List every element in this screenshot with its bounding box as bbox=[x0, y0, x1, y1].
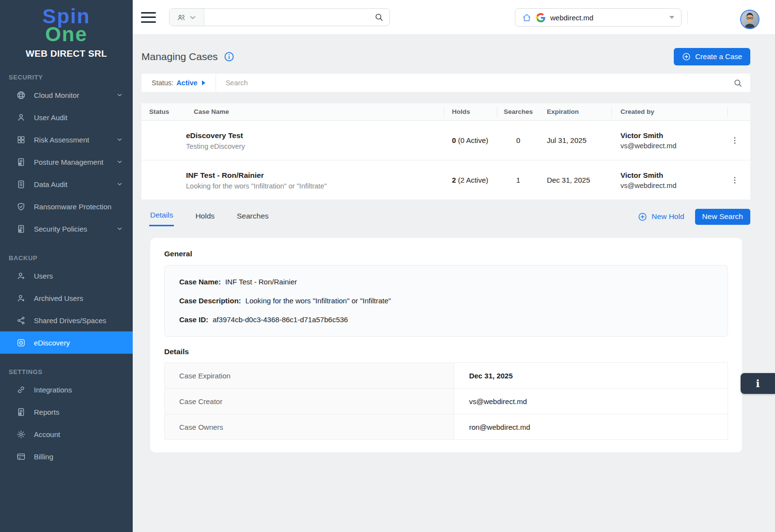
status-filter-label: Status: bbox=[152, 79, 173, 87]
sidebar-item-label: Archived Users bbox=[34, 294, 83, 302]
sidebar-item-reports[interactable]: Reports bbox=[0, 401, 133, 423]
sidebar-item-shared-drives[interactable]: Shared Drives/Spaces bbox=[0, 309, 133, 331]
sidebar-item-label: eDiscovery bbox=[34, 339, 70, 347]
chevron-down-icon bbox=[116, 158, 123, 165]
tab-holds[interactable]: Holds bbox=[194, 208, 216, 226]
new-hold-button[interactable]: New Hold bbox=[638, 212, 684, 221]
cases-search-input[interactable] bbox=[216, 79, 750, 87]
sidebar-item-risk-assessment[interactable]: Risk Assessment bbox=[0, 128, 133, 151]
chevron-down-icon bbox=[116, 225, 123, 232]
global-search bbox=[169, 8, 390, 26]
gear-icon bbox=[16, 430, 26, 439]
user-plus-icon bbox=[16, 271, 26, 281]
table-row[interactable]: eDiscovery Test Testing eDiscovery 0 (0 … bbox=[141, 121, 750, 160]
sidebar-item-users[interactable]: Users bbox=[0, 265, 133, 287]
chevron-down-icon bbox=[116, 136, 123, 143]
case-name: eDiscovery Test bbox=[186, 130, 444, 141]
sidebar-item-label: Reports bbox=[34, 408, 60, 416]
sidebar: Spin One WEB DIRECT SRL SECURITY Cloud M… bbox=[0, 0, 133, 532]
logo-one-text: One bbox=[0, 26, 133, 43]
case-id-line: Case ID: af3974cb-d0c3-4368-86c1-d71a57b… bbox=[179, 314, 713, 325]
case-expiration: Dec 31, 2025 bbox=[539, 176, 612, 184]
sidebar-item-cloud-monitor[interactable]: Cloud Monitor bbox=[0, 84, 133, 106]
row-actions-kebab-icon[interactable] bbox=[728, 173, 742, 187]
sidebar-item-ediscovery[interactable]: eDiscovery bbox=[0, 331, 133, 354]
main-area: webdirect.md Managing Cases Create a Cas… bbox=[133, 0, 775, 532]
sidebar-item-label: User Audit bbox=[34, 113, 67, 122]
sidebar-item-account[interactable]: Account bbox=[0, 423, 133, 445]
document-check-icon bbox=[16, 157, 26, 167]
general-section-title: General bbox=[164, 250, 728, 258]
detail-tabs: Details Holds Searches New Hold New Sear… bbox=[141, 207, 750, 226]
cases-table-header: Status Case Name Holds Searches Expirati… bbox=[141, 103, 750, 121]
search-icon[interactable] bbox=[374, 13, 384, 22]
domain-selector[interactable]: webdirect.md bbox=[515, 8, 682, 27]
case-description: Looking for the wors "Infiltration" or "… bbox=[186, 182, 444, 190]
cases-table: Status Case Name Holds Searches Expirati… bbox=[141, 103, 750, 200]
top-bar: webdirect.md bbox=[133, 0, 775, 35]
search-scope-dropdown[interactable] bbox=[170, 9, 204, 26]
column-header-case-name: Case Name bbox=[186, 107, 444, 117]
filter-bar: Status: Active bbox=[141, 74, 750, 92]
credit-card-icon bbox=[16, 452, 26, 461]
status-filter[interactable]: Status: Active bbox=[141, 74, 216, 92]
sidebar-item-label: Posture Management bbox=[34, 158, 103, 166]
table-row[interactable]: INF Test - Ron/Rainier Looking for the w… bbox=[141, 160, 750, 200]
section-label-security: SECURITY bbox=[0, 74, 133, 81]
sidebar-item-user-audit[interactable]: User Audit bbox=[0, 106, 133, 128]
sidebar-item-label: Data Audit bbox=[34, 180, 67, 188]
link-icon bbox=[16, 385, 26, 394]
info-icon[interactable] bbox=[224, 51, 234, 62]
users-icon bbox=[177, 13, 186, 22]
help-info-tab[interactable]: i bbox=[741, 373, 775, 394]
sidebar-item-ransomware-protection[interactable]: Ransomware Protection bbox=[0, 195, 133, 218]
sidebar-item-data-audit[interactable]: Data Audit bbox=[0, 173, 133, 195]
new-search-button[interactable]: New Search bbox=[695, 209, 750, 225]
column-header-status: Status bbox=[141, 108, 186, 115]
plus-circle-icon bbox=[638, 212, 647, 221]
document-icon bbox=[16, 180, 26, 189]
tab-searches[interactable]: Searches bbox=[236, 208, 269, 226]
share-icon bbox=[16, 316, 26, 325]
case-holds: 2 (2 Active) bbox=[444, 176, 497, 184]
triangle-right-icon bbox=[202, 80, 205, 85]
global-search-input[interactable] bbox=[204, 13, 374, 21]
row-actions-kebab-icon[interactable] bbox=[728, 134, 742, 147]
section-label-settings: SETTINGS bbox=[0, 368, 133, 376]
case-detail-card: General Case Name: INF Test - Ron/Rainie… bbox=[150, 238, 742, 453]
sidebar-item-archived-users[interactable]: Archived Users bbox=[0, 287, 133, 309]
table-row: Case Owners ron@webdirect.md bbox=[165, 414, 728, 440]
case-expiration: Jul 31, 2025 bbox=[539, 136, 612, 144]
sidebar-item-integrations[interactable]: Integrations bbox=[0, 378, 133, 401]
sidebar-item-posture-management[interactable]: Posture Management bbox=[0, 151, 133, 173]
sidebar-item-label: Integrations bbox=[34, 386, 72, 394]
tab-details[interactable]: Details bbox=[149, 207, 174, 226]
chevron-down-icon bbox=[116, 92, 123, 98]
create-case-button[interactable]: Create a Case bbox=[674, 48, 750, 65]
case-created-by: Victor Smith vs@webdirect.md bbox=[612, 171, 728, 189]
case-description-line: Case Description: Looking for the wors "… bbox=[179, 296, 713, 306]
column-header-holds: Holds bbox=[444, 107, 497, 117]
plus-circle-icon bbox=[682, 52, 691, 61]
hamburger-menu-icon[interactable] bbox=[141, 12, 156, 23]
document-check-icon bbox=[16, 224, 26, 234]
sidebar-item-billing[interactable]: Billing bbox=[0, 445, 133, 468]
grid-icon bbox=[16, 135, 26, 144]
case-name: INF Test - Ron/Rainier bbox=[186, 170, 444, 180]
avatar[interactable] bbox=[740, 10, 760, 29]
sidebar-item-label: Risk Assessment bbox=[34, 136, 89, 144]
sidebar-item-label: Security Policies bbox=[34, 225, 87, 233]
page-content: Managing Cases Create a Case Status: Act… bbox=[133, 35, 775, 453]
search-icon[interactable] bbox=[733, 78, 743, 88]
home-icon bbox=[522, 13, 531, 22]
organization-name: WEB DIRECT SRL bbox=[0, 48, 133, 59]
details-section-title: Details bbox=[164, 347, 728, 356]
sidebar-item-security-policies[interactable]: Security Policies bbox=[0, 218, 133, 240]
domain-name: webdirect.md bbox=[550, 14, 593, 22]
case-name-line: Case Name: INF Test - Ron/Rainier bbox=[179, 277, 713, 287]
spinone-logo: Spin One bbox=[0, 0, 133, 43]
shield-check-icon bbox=[16, 202, 26, 211]
section-label-backup: BACKUP bbox=[0, 254, 133, 262]
status-filter-value: Active bbox=[176, 79, 198, 87]
sidebar-item-label: Users bbox=[34, 272, 53, 280]
